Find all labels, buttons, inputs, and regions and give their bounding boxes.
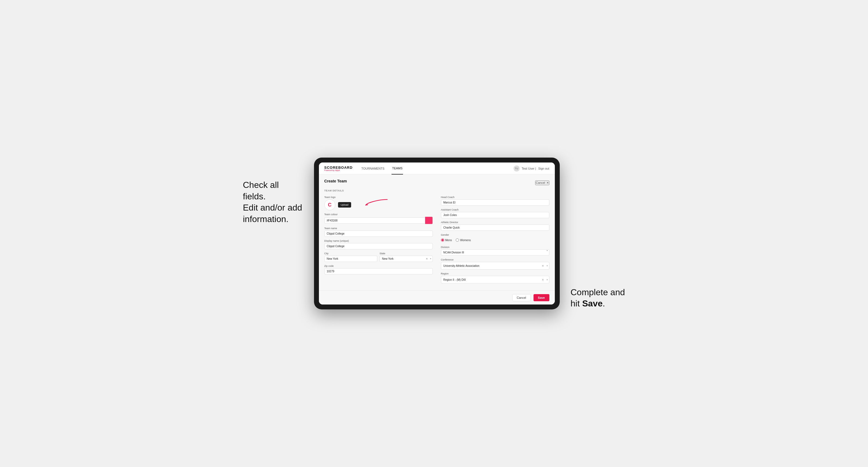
conference-select-wrapper: University Athletic Association ✕ ▾ (441, 262, 549, 270)
conference-label: Conference (441, 258, 549, 261)
page-content: Create Team Cancel ✕ TEAM DETAILS Team l… (319, 175, 555, 290)
city-state-group: City State ✕ ▾ (324, 252, 433, 262)
brand-sub: Powered by clippd (324, 169, 353, 171)
gender-label: Gender (441, 234, 549, 236)
brand-logo: SCOREBOARD Powered by clippd (324, 166, 353, 171)
team-colour-input[interactable] (324, 217, 425, 224)
head-coach-input[interactable] (441, 199, 549, 206)
avatar: TU (514, 165, 520, 172)
close-icon: ✕ (546, 181, 549, 185)
nav-tournaments[interactable]: TOURNAMENTS (361, 162, 385, 175)
colour-input-wrapper (324, 217, 433, 224)
annotation-left: Check all fields. Edit and/or add inform… (243, 158, 303, 225)
page-header: Create Team Cancel ✕ (324, 179, 549, 187)
team-logo-label: Team logo (324, 196, 433, 198)
conference-group: Conference University Athletic Associati… (441, 258, 549, 270)
navbar: SCOREBOARD Powered by clippd TOURNAMENTS… (319, 162, 555, 175)
state-label: State (379, 252, 433, 255)
colour-swatch (425, 217, 433, 224)
zip-group: Zip code (324, 264, 433, 275)
zip-label: Zip code (324, 264, 433, 268)
user-name: Test User | (522, 167, 536, 170)
display-name-group: Display name (unique) (324, 240, 433, 249)
team-name-label: Team name (324, 227, 433, 230)
sign-out-link[interactable]: Sign out (538, 167, 549, 170)
city-group: City (324, 252, 378, 262)
section-title: TEAM DETAILS (324, 189, 549, 192)
division-select[interactable]: NCAA Division III NCAA Division II NCAA … (441, 249, 549, 256)
gender-mens-label[interactable]: Mens (441, 239, 452, 242)
tablet-screen: SCOREBOARD Powered by clippd TOURNAMENTS… (319, 162, 555, 305)
team-colour-group: Team colour (324, 213, 433, 224)
region-display[interactable]: Region II - (M) DIII (441, 276, 549, 283)
division-label: Division (441, 246, 549, 249)
state-input[interactable] (379, 256, 433, 262)
form-left-column: Team logo C Upload Team colour (324, 196, 433, 286)
logo-area: C Upload (324, 199, 433, 210)
gender-womens-label[interactable]: Womens (456, 239, 471, 242)
nav-user: TU Test User | Sign out (514, 165, 549, 172)
head-coach-group: Head Coach (441, 196, 549, 206)
team-logo-group: Team logo C Upload (324, 196, 433, 210)
assistant-coach-label: Assistant Coach (441, 208, 549, 211)
gender-mens-radio[interactable] (441, 239, 444, 242)
state-select-wrapper: ✕ ▾ (379, 256, 433, 262)
city-input[interactable] (324, 256, 378, 262)
nav-teams[interactable]: TEAMS (392, 162, 403, 175)
annotation-right: Complete and hit Save. (571, 210, 625, 309)
tablet-frame: SCOREBOARD Powered by clippd TOURNAMENTS… (314, 158, 560, 309)
conference-clear-button[interactable]: ✕ (542, 264, 544, 268)
region-group: Region Region II - (M) DIII ✕ ▾ (441, 272, 549, 283)
athletic-director-group: Athletic Director (441, 221, 549, 231)
division-select-wrapper: NCAA Division III NCAA Division II NCAA … (441, 249, 549, 256)
logo-circle: C (324, 199, 335, 210)
team-name-input[interactable] (324, 230, 433, 237)
state-clear-button[interactable]: ✕ (426, 257, 428, 260)
assistant-coach-group: Assistant Coach (441, 208, 549, 218)
cancel-top-button[interactable]: Cancel ✕ (535, 181, 549, 185)
athletic-director-input[interactable] (441, 224, 549, 231)
division-group: Division NCAA Division III NCAA Division… (441, 246, 549, 256)
gender-radio-group: Mens Womens (441, 237, 549, 243)
region-label: Region (441, 272, 549, 275)
conference-display[interactable]: University Athletic Association (441, 262, 549, 270)
form-footer: Cancel Save (319, 290, 555, 305)
region-select-wrapper: Region II - (M) DIII ✕ ▾ (441, 276, 549, 283)
head-coach-label: Head Coach (441, 196, 549, 198)
display-name-input[interactable] (324, 243, 433, 249)
team-name-group: Team name (324, 227, 433, 237)
cancel-button[interactable]: Cancel (512, 294, 531, 301)
display-name-label: Display name (unique) (324, 240, 433, 242)
region-clear-button[interactable]: ✕ (542, 278, 544, 281)
save-button[interactable]: Save (533, 294, 549, 301)
state-group: State ✕ ▾ (379, 252, 433, 262)
zip-input[interactable] (324, 268, 433, 275)
assistant-coach-input[interactable] (441, 212, 549, 218)
city-label: City (324, 252, 378, 255)
brand-title: SCOREBOARD (324, 166, 353, 169)
upload-button[interactable]: Upload (338, 202, 351, 208)
form-layout: Team logo C Upload Team colour (324, 196, 549, 286)
gender-womens-radio[interactable] (456, 239, 459, 242)
team-colour-label: Team colour (324, 213, 433, 216)
nav-links: TOURNAMENTS TEAMS (361, 162, 513, 175)
form-right-column: Head Coach Assistant Coach Athletic Dire… (441, 196, 549, 286)
city-state-row: City State ✕ ▾ (324, 252, 433, 262)
page-title: Create Team (324, 179, 347, 183)
gender-group: Gender Mens Womens (441, 234, 549, 243)
athletic-director-label: Athletic Director (441, 221, 549, 224)
